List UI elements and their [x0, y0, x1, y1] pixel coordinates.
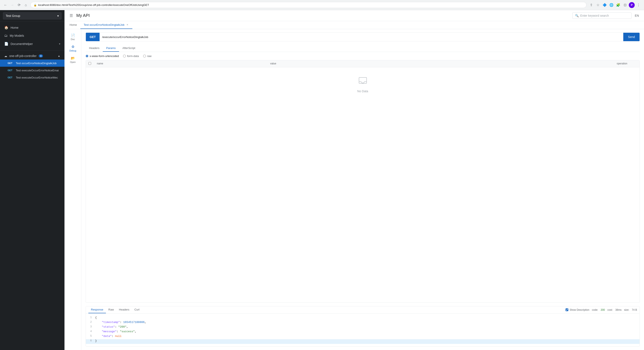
sidebar-item-home[interactable]: 🏠 Home [0, 23, 64, 32]
search-icon: 🔍 [575, 14, 579, 17]
code-line-1: 1 { [86, 316, 640, 321]
line-num-3: 3 [86, 325, 94, 330]
doc-panel-label: Doc [71, 38, 75, 40]
sidebar-models-label: My Models [10, 34, 24, 37]
code-line-5: 5 "data": null [86, 335, 640, 339]
home-icon: 🏠 [4, 25, 8, 29]
tab-close-button[interactable]: ✕ [126, 23, 129, 26]
sidebar-divider [0, 50, 64, 51]
puzzle-button[interactable]: 🧩 [615, 2, 621, 8]
line-num-1: 1 [86, 316, 94, 321]
menu-button[interactable]: ⋮ [636, 2, 642, 8]
group-selector[interactable]: Test Group ▾ [3, 12, 62, 19]
response-code-value: 200 [601, 308, 605, 311]
app: Test Group ▾ 🏠 Home 🗂 My Models 📄 Docume… [0, 10, 644, 350]
response-tabs-bar: Response Raw Headers Curl Show Descripti… [86, 306, 640, 314]
tab-test[interactable]: Test occurErrorNoticeDingtalkJob ✕ [80, 21, 132, 29]
profile-button[interactable]: P [629, 2, 635, 8]
line-content-6: } [94, 339, 640, 344]
method-button[interactable]: GET [86, 33, 100, 41]
panel-item-doc[interactable]: 📄 Doc [66, 32, 80, 42]
sidebar: Test Group ▾ 🏠 Home 🗂 My Models 📄 Docume… [0, 10, 64, 350]
content: 📄 Doc ⚙ Debug 📂 Open GET Send [64, 29, 644, 350]
response-cost-label: cost: [608, 308, 613, 311]
controller-badge: 3 [39, 54, 43, 57]
tab-home[interactable]: Home [66, 21, 80, 29]
resp-tab-curl[interactable]: Curl [132, 306, 142, 313]
language-button[interactable]: EN [635, 14, 639, 17]
show-description-label[interactable]: Show Description [566, 308, 589, 311]
req-tab-params[interactable]: Params [103, 45, 119, 52]
resp-tab-raw[interactable]: Raw [106, 306, 116, 313]
no-data-text: No Data [357, 90, 368, 93]
method-badge-2: GET [6, 69, 14, 72]
send-button[interactable]: Send [623, 33, 640, 41]
browser-nav: ← → ⟳ ⌂ [2, 2, 29, 8]
radio-x-www-form-urlencoded[interactable]: x-www-form-urlencoded [86, 54, 119, 58]
line-content-4: "message": "success", [94, 330, 640, 335]
address-bar[interactable]: 🔒 localhost:8080/doc.html#Test%20Group/o… [30, 2, 586, 8]
forward-button[interactable]: → [9, 2, 15, 8]
response-size-label: size: [624, 308, 630, 311]
extension-button[interactable]: 🔷 [602, 2, 608, 8]
response-code-block: 1 { 2 "timestamp": 1654517100806, 3 "sta… [86, 314, 640, 347]
line-content-2: "timestamp": 1654517100806, [94, 321, 640, 325]
doc-helper-icon: 📄 [4, 42, 8, 46]
hamburger-icon[interactable]: ☰ [70, 13, 73, 18]
code-line-3: 3 "status": "200", [86, 325, 640, 330]
left-panel: 📄 Doc ⚙ Debug 📂 Open [64, 29, 82, 350]
url-input[interactable] [100, 33, 624, 41]
keyword-search-box[interactable]: 🔍 Enter keyword search [572, 12, 632, 19]
response-meta: Show Description code: 200 cost: 38ms si… [566, 308, 637, 311]
group-selector-label: Test Group [6, 14, 20, 17]
response-code-label: code: [592, 308, 598, 311]
show-description-text: Show Description [570, 308, 589, 311]
browser-chrome: ← → ⟳ ⌂ 🔒 localhost:8080/doc.html#Test%2… [0, 0, 644, 10]
back-button[interactable]: ← [2, 2, 8, 8]
line-content-3: "status": "200", [94, 325, 640, 330]
tab-test-label: Test occurErrorNoticeDingtalkJob [84, 23, 124, 26]
bookmark-button[interactable]: ☆ [595, 2, 601, 8]
select-all-checkbox[interactable] [88, 62, 91, 65]
translate-button[interactable]: 🌐 [608, 2, 614, 8]
req-tab-headers[interactable]: Headers [86, 45, 103, 52]
doc-panel-icon: 📄 [71, 33, 75, 37]
api-name-1: Test occurErrorNoticeDingtalkJob [16, 62, 57, 65]
api-name-3: Test executeOccurErrorNoticeWec [16, 76, 58, 79]
radio-form-data[interactable]: form-data [123, 54, 139, 58]
response-size-value: 74 B [632, 308, 637, 311]
line-num-6: 6 [86, 339, 94, 344]
resp-tab-headers[interactable]: Headers [116, 306, 132, 313]
chevron-right-icon: ▾ [59, 42, 60, 45]
sidebar-item-my-models[interactable]: 🗂 My Models [0, 32, 64, 40]
col-name: name [94, 60, 268, 67]
panel-item-debug[interactable]: ⚙ Debug [66, 43, 80, 54]
sidebar-item-controller[interactable]: ☁ one-off-job-controller 3 ▲ [0, 52, 64, 59]
debug-panel-icon: ⚙ [72, 45, 74, 49]
home-button[interactable]: ⌂ [23, 2, 29, 8]
col-value: value [268, 60, 614, 67]
sidebar-api-item-2[interactable]: GET Test executeOccurErrorNoticeEmai [0, 67, 64, 74]
sidebar-header: Test Group ▾ [0, 10, 64, 22]
inbox-icon [358, 76, 368, 88]
reload-button[interactable]: ⟳ [16, 2, 22, 8]
req-tab-afterscript[interactable]: AfterScript [119, 45, 139, 52]
page-title: My API [76, 13, 90, 18]
radio-raw[interactable]: raw [143, 54, 152, 58]
search-placeholder: Enter keyword search [580, 14, 609, 17]
sidebar-nav: 🏠 Home 🗂 My Models 📄 DocumentHelper ▾ [0, 22, 64, 50]
panel-item-open[interactable]: 📂 Open [66, 54, 80, 65]
sidebar-api-item-1[interactable]: GET Test occurErrorNoticeDingtalkJob [0, 59, 64, 67]
main-panel: GET Send Headers Params AfterScript x-ww [82, 29, 644, 350]
sidebar-item-document-helper[interactable]: 📄 DocumentHelper ▾ [0, 40, 64, 48]
models-icon: 🗂 [4, 34, 8, 38]
sidebar-dochelper-label: DocumentHelper [10, 42, 33, 46]
col-operation: operation [614, 60, 640, 67]
resp-tab-response[interactable]: Response [88, 306, 106, 313]
line-content-1: { [94, 316, 640, 321]
show-description-checkbox[interactable] [566, 308, 568, 311]
url-text: localhost:8080/doc.html#Test%20Group/one… [38, 3, 149, 6]
sidebar-toggle[interactable]: ⊡ [622, 2, 628, 8]
sidebar-api-item-3[interactable]: GET Test executeOccurErrorNoticeWec [0, 74, 64, 81]
share-button[interactable]: ⇧ [588, 2, 594, 8]
